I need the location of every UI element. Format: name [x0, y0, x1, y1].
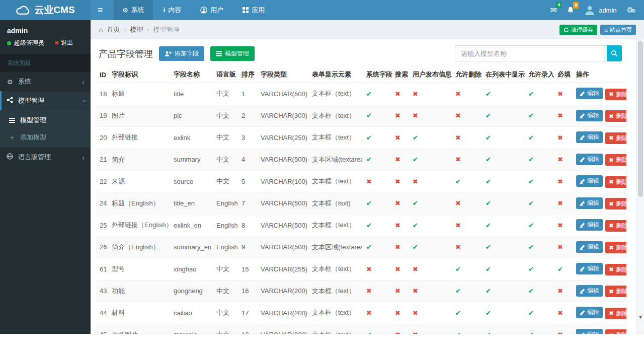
breadcrumb-model[interactable]: 模型: [130, 25, 143, 34]
cell-element: 文本框（text）: [308, 171, 362, 193]
flag-cell: ✔: [481, 324, 524, 334]
edit-button[interactable]: 编辑: [576, 219, 603, 231]
delete-button[interactable]: ✖ 删除: [605, 132, 626, 144]
delete-button[interactable]: ✖ 删除: [605, 242, 626, 253]
cell-lang: 中文: [212, 149, 237, 171]
hamburger-icon: ≡: [98, 5, 103, 16]
flag-cell: ✔: [362, 215, 391, 237]
sidebar-item-system[interactable]: ⚙ 系统 ‹: [0, 72, 91, 91]
delete-x-icon: ✖: [609, 178, 614, 185]
cell-actions: 编辑 ✖ 删除: [572, 302, 626, 324]
notifications-button[interactable]: 9: [567, 6, 574, 14]
cell-name: gongneng: [170, 280, 212, 302]
delete-button[interactable]: ✖ 删除: [605, 220, 626, 232]
user-menu[interactable]: admin: [584, 5, 616, 16]
flag-cell: ✔: [481, 236, 524, 258]
info-icon: i: [164, 6, 166, 14]
delete-button[interactable]: ✖ 删除: [605, 89, 626, 100]
edit-button[interactable]: 编辑: [576, 263, 603, 274]
col-header: 允许录入: [524, 67, 553, 83]
online-status-dot: [7, 41, 11, 45]
col-header: 必填: [553, 67, 572, 83]
flag-cell: ✔: [481, 83, 524, 105]
edit-button[interactable]: 编辑: [576, 241, 603, 253]
sidebar-subitem-model-manage[interactable]: 模型管理: [0, 112, 91, 129]
cell-identifier: 外部链接: [108, 127, 170, 149]
delete-button[interactable]: ✖ 删除: [605, 264, 626, 275]
scrollbar-thumb[interactable]: [638, 41, 643, 197]
flag-cell: ✔: [524, 236, 553, 258]
sidebar-subitem-add-model[interactable]: + 添加模型: [0, 129, 91, 146]
model-manage-button[interactable]: 模型管理: [210, 46, 255, 61]
sidebar-item-language-manage[interactable]: 语言版管理 ‹: [0, 148, 91, 167]
vertical-scrollbar[interactable]: ▼: [636, 39, 644, 334]
flag-cell: ✔: [451, 171, 481, 193]
delete-button[interactable]: ✖ 删除: [605, 110, 626, 122]
sidebar-subitem-label: 添加模型: [20, 133, 46, 142]
edit-button[interactable]: 编辑: [576, 175, 603, 187]
cell-identifier: 简介: [108, 149, 170, 171]
delete-label: 删除: [616, 199, 626, 208]
nav-tab-system[interactable]: ⚙ 系统: [114, 0, 153, 20]
edit-button[interactable]: 编辑: [576, 110, 603, 121]
flag-cell: ✔: [362, 127, 391, 149]
flag-cell: ✖: [391, 236, 409, 258]
scroll-down-arrow-icon[interactable]: ▼: [637, 315, 644, 320]
app-logo[interactable]: 云业CMS: [0, 0, 91, 20]
delete-button[interactable]: ✖ 删除: [605, 286, 626, 297]
avatar: [584, 5, 595, 16]
cell-order: 3: [237, 127, 257, 149]
breadcrumb-home[interactable]: 首页: [107, 25, 120, 34]
nav-tab-content[interactable]: i 内容: [155, 0, 190, 20]
table-row: 44 材料 cailiao 中文 17 VARCHAR(200) 文本框（tex…: [96, 302, 626, 324]
flag-cell: ✖: [451, 236, 481, 258]
logout-label: 退出: [61, 39, 73, 47]
panel-header: 产品字段管理 添加字段 模型管理: [91, 39, 644, 65]
edit-button[interactable]: 编辑: [576, 197, 603, 209]
cell-identifier: 更多图片: [108, 324, 170, 334]
search-button[interactable]: [607, 45, 622, 61]
edit-button[interactable]: 编辑: [576, 285, 603, 297]
nav-tab-users[interactable]: 用户: [192, 0, 232, 20]
add-field-button[interactable]: 添加字段: [159, 46, 204, 61]
edit-button[interactable]: 编辑: [576, 88, 603, 99]
edit-button[interactable]: 编辑: [576, 307, 603, 318]
delete-button[interactable]: ✖ 删除: [605, 329, 626, 334]
sidebar-item-model-manage[interactable]: 模型管理 ‹: [0, 91, 91, 110]
cell-id: 61: [96, 258, 108, 281]
clear-cache-button[interactable]: 清理缓存: [559, 25, 597, 35]
flag-cell: ✔: [362, 236, 391, 258]
page-title: 产品字段管理: [99, 48, 153, 60]
flag-cell: ✔: [524, 302, 553, 324]
flag-cell: ✔: [481, 127, 524, 149]
delete-x-icon: ✖: [609, 310, 614, 317]
cell-actions: 编辑 ✖ 删除: [572, 324, 626, 334]
cell-actions: 编辑 ✖ 删除: [572, 83, 626, 105]
flag-cell: ✖: [553, 302, 572, 324]
flag-cell: ✖: [391, 171, 409, 193]
search-input[interactable]: [455, 45, 607, 61]
nav-tab-apps[interactable]: 应用: [234, 0, 273, 20]
flag-cell: ✔: [451, 280, 481, 302]
delete-button[interactable]: ✖ 删除: [605, 198, 626, 210]
cell-type: VARCHAR(500): [257, 192, 308, 215]
breadcrumb-current: 模型管理: [153, 25, 179, 34]
edit-button[interactable]: 编辑: [576, 154, 603, 165]
cell-actions: 编辑 ✖ 删除: [572, 171, 626, 193]
delete-button[interactable]: ✖ 删除: [605, 154, 626, 166]
site-home-button[interactable]: ⌂ 站点首页: [600, 25, 636, 35]
messages-button[interactable]: ✉ 4: [550, 6, 557, 15]
cell-element: 文本框（text）: [308, 105, 362, 127]
edit-button[interactable]: 编辑: [576, 131, 603, 143]
edit-button[interactable]: 编辑: [576, 329, 603, 334]
sidebar-toggle-button[interactable]: ≡: [91, 0, 110, 20]
logout-link[interactable]: ✖ 退出: [54, 39, 73, 47]
delete-button[interactable]: ✖ 删除: [605, 308, 626, 319]
delete-button[interactable]: ✖ 删除: [605, 176, 626, 188]
settings-button[interactable]: ⚙⚙: [627, 6, 636, 15]
cell-element: 文本框（text）: [308, 215, 362, 237]
flag-cell: ✔: [524, 258, 553, 281]
delete-label: 删除: [616, 309, 626, 318]
cell-order: 16: [237, 280, 257, 302]
main-nav: ⚙ 系统 i 内容 用户 应用: [114, 0, 275, 20]
